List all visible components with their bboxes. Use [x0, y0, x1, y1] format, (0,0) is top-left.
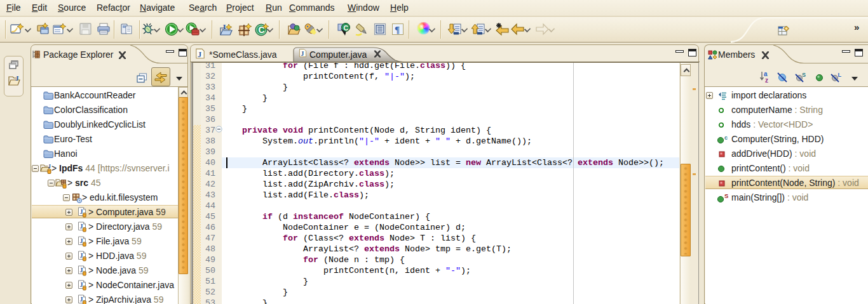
svg-text:J: J — [80, 281, 83, 288]
svg-text:J: J — [80, 252, 83, 259]
svg-text:C: C — [344, 24, 349, 32]
svg-text:J: J — [48, 163, 51, 169]
svg-text:z: z — [765, 77, 768, 83]
svg-text:S: S — [724, 193, 728, 199]
svg-text:S: S — [802, 72, 806, 78]
svg-text:J: J — [80, 208, 83, 215]
svg-text:J: J — [198, 50, 201, 59]
svg-text:J: J — [80, 296, 83, 303]
svg-text:¶: ¶ — [395, 25, 400, 35]
svg-text:J: J — [80, 223, 83, 230]
svg-text:L: L — [838, 72, 842, 78]
svg-text:J: J — [301, 50, 304, 57]
svg-text:J: J — [15, 74, 19, 82]
svg-text:J: J — [80, 237, 83, 244]
svg-text:J: J — [80, 267, 83, 274]
svg-text:c: c — [724, 135, 728, 141]
